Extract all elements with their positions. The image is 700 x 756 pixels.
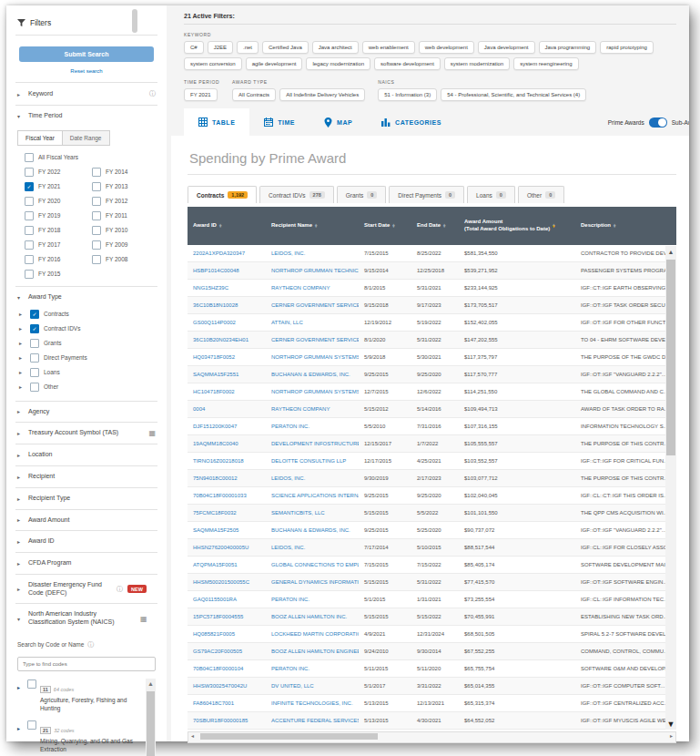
award-id-link[interactable]: HHSM500201500055C	[188, 579, 266, 585]
table-row[interactable]: 36C10B20N0234EH01CERNER GOVERNMENT SERVI…	[188, 332, 676, 349]
filter-tag[interactable]: legacy modernization	[306, 57, 370, 70]
checkbox[interactable]: ✓	[30, 324, 39, 333]
table-row[interactable]: 70SBUR18F00000185ACCENTURE FEDERAL SERVI…	[188, 712, 676, 730]
sidebar-section-recipient[interactable]: ▸Recipient	[15, 465, 157, 487]
recipient-name-link[interactable]: PERATON INC.	[266, 666, 359, 671]
award-tab-direct-payments[interactable]: Direct Payments0	[389, 186, 464, 203]
award-type-option[interactable]: ▸Loans	[19, 368, 157, 377]
award-type-option[interactable]: ▸Grants	[19, 339, 157, 348]
chevron-right-icon[interactable]: ▸	[17, 725, 24, 731]
table-row[interactable]: DJF151200K0047PERATON INC.5/5/20107/31/2…	[188, 418, 676, 435]
fiscal-year-option[interactable]: FY 2018	[25, 226, 90, 235]
award-id-link[interactable]: FA860418C7001	[188, 700, 266, 706]
award-id-link[interactable]: 36C10B18N10028	[188, 302, 266, 308]
recipient-name-link[interactable]: LOCKHEED MARTIN CORPORATION	[266, 631, 359, 637]
award-id-link[interactable]: SAQMMA15F2505	[188, 527, 266, 533]
award-tab-contracts[interactable]: Contracts1,192	[188, 186, 257, 203]
fiscal-year-option[interactable]: FY 2017	[25, 240, 90, 250]
filter-tag[interactable]: 54 - Professional, Scientific, and Techn…	[441, 88, 586, 101]
fiscal-year-option[interactable]: FY 2010	[92, 226, 157, 235]
award-id-link[interactable]: 75N94018C00012	[188, 475, 266, 481]
sort-arrows-icon[interactable]: ▴▾	[392, 224, 394, 229]
recipient-name-link[interactable]: RAYTHEON COMPANY	[266, 285, 359, 291]
filter-tag[interactable]: Java programming	[539, 41, 597, 54]
table-row[interactable]: HHSN276200400005ULEIDOS, INC.7/17/20145/…	[188, 539, 676, 557]
checkbox[interactable]	[25, 153, 34, 162]
table-row[interactable]: ATQPMA15F0051GLOBAL CONNECTIONS TO EMPLO…	[188, 557, 676, 574]
table-row[interactable]: GS00Q114P0002ATTAIN, LLC12/19/20125/19/2…	[188, 314, 676, 332]
fiscal-year-option[interactable]: FY 2022	[25, 168, 90, 177]
award-tab-grants[interactable]: Grants0	[337, 186, 387, 203]
table-row[interactable]: SAQMMA15F2551BUCHANAN & EDWARDS, INC.9/2…	[188, 366, 676, 383]
table-row[interactable]: 0004RAYTHEON COMPANY5/15/20125/14/2016$1…	[188, 401, 676, 418]
table-row[interactable]: 19AQMM18C0040DEVELOPMENT INFOSTRUCTURE,.…	[188, 435, 676, 453]
view-tab-time[interactable]: TIME	[249, 108, 309, 136]
table-row[interactable]: 70B04C18F0000104PERATON INC.5/11/20155/1…	[188, 660, 676, 678]
checkbox[interactable]	[92, 211, 101, 220]
sidebar-section-award-amount[interactable]: ▸Award Amount	[15, 509, 157, 531]
award-id-link[interactable]: HSBP1014C00048	[188, 268, 266, 273]
award-id-link[interactable]: 15PC5718F0004555	[188, 614, 266, 619]
award-tab-other[interactable]: Other0	[518, 186, 564, 203]
award-type-option[interactable]: ▸Direct Payments	[19, 353, 157, 363]
sort-arrows-icon[interactable]: ▴▾	[553, 224, 554, 229]
sidebar-section-agency[interactable]: ▸Agency	[15, 401, 157, 423]
sidebar-section-keyword[interactable]: ▸ Keyword ⓘ	[15, 82, 157, 105]
recipient-name-link[interactable]: BUCHANAN & EDWARDS, INC.	[266, 372, 359, 377]
award-type-option[interactable]: ▸Other	[19, 383, 157, 392]
naics-search-input[interactable]	[17, 657, 156, 671]
award-tab-contract-idvs[interactable]: Contract IDVs278	[259, 186, 334, 203]
checkbox[interactable]	[25, 168, 34, 177]
award-id-link[interactable]: 75FCMC18F0032	[188, 510, 266, 516]
filter-tag[interactable]: software development	[374, 57, 441, 70]
table-row[interactable]: SAQMMA15F2505BUCHANAN & EDWARDS, INC.9/2…	[188, 522, 676, 539]
recipient-name-link[interactable]: LEIDOS, INC.	[266, 250, 359, 256]
checkbox[interactable]: ✓	[30, 310, 39, 319]
recipient-name-link[interactable]: LEIDOS, INC.	[266, 545, 359, 550]
filter-tag[interactable]: 51 - Information (3)	[378, 88, 437, 101]
recipient-name-link[interactable]: GENERAL DYNAMICS INFORMATIO...	[266, 579, 359, 585]
table-row[interactable]: 15PC5718F0004555BOOZ ALLEN HAMILTON INC.…	[188, 608, 676, 626]
filter-tag[interactable]: Java architect	[312, 41, 359, 54]
award-id-link[interactable]: HQ085821F0005	[188, 631, 266, 637]
scroll-right-arrow-icon[interactable]: ▸	[670, 732, 673, 741]
filter-tag[interactable]: agile development	[246, 57, 303, 70]
recipient-name-link[interactable]: LEIDOS, INC.	[266, 475, 359, 481]
fiscal-year-option[interactable]: FY 2012	[92, 197, 157, 206]
award-id-link[interactable]: GAQ01155001RA	[188, 597, 266, 602]
fiscal-year-option[interactable]: ✓FY 2021	[25, 182, 90, 191]
recipient-name-link[interactable]: DEVELOPMENT INFOSTRUCTURE,...	[266, 441, 359, 446]
sidebar-section-treasury-account-symbol-tas-[interactable]: ▸Treasury Account Symbol (TAS)▦	[15, 422, 157, 444]
award-type-option[interactable]: ▸✓Contract IDVs	[19, 324, 157, 333]
table-row[interactable]: GAQ01155001RAPERATON INC.5/1/20151/31/20…	[188, 591, 676, 608]
checkbox[interactable]: ✓	[25, 182, 34, 191]
award-id-link[interactable]: GS00Q114P0002	[188, 320, 266, 325]
recipient-name-link[interactable]: RAYTHEON COMPANY	[266, 406, 359, 412]
scroll-down-arrow-icon[interactable]: ▼	[665, 720, 676, 729]
filter-tag[interactable]: .net	[237, 41, 259, 54]
vertical-scrollbar-thumb[interactable]	[666, 260, 675, 455]
sidebar-section-award-type[interactable]: ▾ Award Type	[15, 286, 157, 308]
view-tab-map[interactable]: MAP	[309, 108, 367, 136]
table-row[interactable]: FA860418C7001INFINITE TECHNOLOGIES, INC.…	[188, 695, 676, 712]
chevron-right-icon[interactable]: ▸	[17, 684, 24, 690]
award-id-link[interactable]: 19AQMM18C0040	[188, 441, 266, 446]
table-row[interactable]: 75FCMC18F0032SEMANTICBITS, LLC5/15/20155…	[188, 505, 676, 522]
sort-arrows-icon[interactable]: ▴▾	[614, 224, 615, 229]
recipient-name-link[interactable]: BUCHANAN & EDWARDS, INC.	[266, 527, 359, 533]
filter-tag[interactable]: C#	[184, 41, 204, 54]
recipient-name-link[interactable]: BOOZ ALLEN HAMILTON INC.	[266, 614, 359, 619]
tab-date-range[interactable]: Date Range	[63, 130, 110, 146]
all-fiscal-years-option[interactable]: All Fiscal Years	[17, 153, 157, 162]
table-row[interactable]: 70B04C18F00001033SCIENCE APPLICATIONS IN…	[188, 487, 676, 505]
checkbox[interactable]	[25, 240, 34, 250]
fiscal-year-option[interactable]: FY 2016	[25, 255, 90, 264]
checkbox[interactable]	[25, 211, 34, 220]
recipient-name-link[interactable]: NORTHROP GRUMMAN SYSTEMS C...	[266, 354, 359, 360]
award-id-link[interactable]: DJF151200K0047	[188, 424, 266, 429]
table-row[interactable]: HQ085821F0005LOCKHEED MARTIN CORPORATION…	[188, 626, 676, 643]
sidebar-section-recipient-type[interactable]: ▸Recipient Type	[15, 487, 157, 509]
reset-search-link[interactable]: Reset search	[15, 66, 157, 82]
recipient-name-link[interactable]: SCIENCE APPLICATIONS INTERNA...	[266, 493, 359, 498]
filter-tag[interactable]: FY 2021	[184, 88, 218, 101]
